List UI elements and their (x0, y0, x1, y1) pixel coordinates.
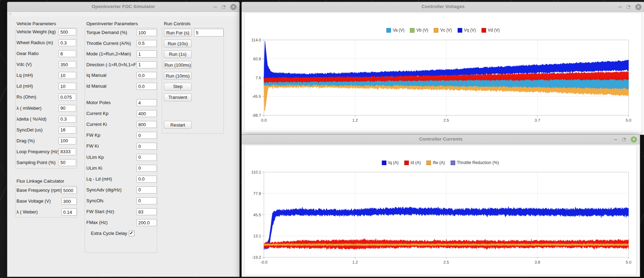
run-100ms-button[interactable]: Run (100ms) (164, 61, 192, 69)
y-tick-label: -45.5 (252, 94, 261, 99)
drag-grip-icon[interactable] (9, 13, 12, 16)
maximize-icon[interactable] (222, 5, 225, 9)
section-title-vehicle-parameters: Vehicle Parameters (16, 21, 56, 26)
y-tick-label: 45.5 (253, 213, 261, 217)
restart-button[interactable]: Restart (164, 121, 192, 129)
field-input-id-manual[interactable] (137, 83, 157, 90)
legend-swatch-icon (482, 28, 486, 33)
x-tick-label: 3.8 (535, 260, 540, 264)
field-label-throttle-current-a: Throttle Current (A/%) (86, 41, 131, 46)
simulator-titlebar[interactable]: OpenInverter FOC Simulator × (7, 2, 239, 12)
extra-cycle-delay-checkbox[interactable] (129, 231, 134, 236)
minimize-icon[interactable] (618, 7, 622, 7)
field-input-gear-ratio[interactable] (59, 50, 76, 57)
field-label-vdc-v: Vdc (V) (16, 62, 32, 67)
field-input-sampling-point[interactable] (59, 159, 76, 166)
field-label-syncdel-us: SyncDel (us) (16, 127, 42, 133)
maximize-icon[interactable] (622, 138, 626, 141)
close-icon[interactable]: × (635, 4, 642, 10)
field-input-fw-ki[interactable] (137, 143, 157, 150)
field-label-mode-1-run-2-man: Mode (1=Run,2=Man) (86, 51, 131, 56)
field-input-weber[interactable] (61, 209, 77, 216)
field-input-fw-start-hz[interactable] (137, 208, 157, 215)
run-for-seconds-input[interactable] (194, 29, 224, 36)
field-input-base-voltage-v[interactable] (61, 198, 77, 205)
field-input-fmax-hz[interactable] (137, 219, 157, 226)
window-title: Controller Voltages (242, 4, 644, 9)
field-label-direction-1-r-0-n-1-f: Direction (-1=R,0=N,1=F) (86, 62, 138, 67)
legend-swatch-icon (386, 28, 391, 33)
legend-label: Vd (V) (488, 28, 500, 33)
step-button[interactable]: Step (164, 83, 192, 90)
field-input-motor-poles[interactable] (137, 99, 157, 106)
field-label-base-voltage-v: Base Voltage (V) (16, 198, 51, 204)
field-input-direction-1-r-0-n-1-f[interactable] (137, 61, 157, 68)
field-input-ulim-kp[interactable] (137, 154, 157, 161)
legend-swatch-icon (458, 28, 462, 33)
field-input-ulim-ki[interactable] (137, 165, 157, 172)
y-tick-label: 114.0 (251, 38, 261, 42)
x-tick-label: 0.0 (261, 118, 267, 122)
legend-swatch-icon (426, 161, 431, 165)
run-10ms-button[interactable]: Run (10ms) (164, 72, 192, 80)
y-tick-label: 110.1 (251, 170, 261, 174)
field-label-wheel-radius-m: Wheel Radius (m) (16, 40, 53, 45)
field-input-lq-mh[interactable] (59, 72, 76, 79)
legend-item-iq-a: Iq (A) (382, 160, 398, 165)
field-input-drag[interactable] (59, 137, 76, 144)
field-input-ld-mh[interactable] (59, 83, 76, 90)
run-10s-button[interactable]: Run (10s) (164, 40, 192, 47)
legend-item-id-a: Id (A) (404, 160, 421, 165)
close-icon[interactable]: × (631, 136, 637, 143)
y-tick-label: 7.6 (255, 76, 261, 80)
y-tick-label: 13.1 (253, 234, 261, 238)
field-label-sampling-point: Sampling Point (%) (16, 160, 55, 165)
legend-label: Vc (V) (440, 28, 452, 33)
field-input-vdc-v[interactable] (59, 61, 76, 68)
field-input-delta-aid[interactable] (59, 116, 76, 123)
field-input-base-frequency-rpm[interactable] (61, 187, 77, 194)
field-input-lq-ld-mh[interactable] (137, 176, 157, 183)
minimize-icon[interactable] (614, 139, 617, 140)
voltages-window: Controller Voltages × Va (V)Vb (V)Vc (V)… (241, 2, 644, 135)
field-input-throttle-current-a[interactable] (137, 40, 157, 47)
run-for-s-button[interactable]: Run For (s) (164, 29, 192, 36)
field-label-delta-aid: λdelta ( %/AId) (16, 116, 46, 122)
voltages-chart-canvas: Va (V)Vb (V)Vc (V)Vq (V)Vd (V) 114.060.8… (244, 13, 642, 133)
run-1s-button[interactable]: Run (1s) (164, 50, 192, 58)
y-tick-label: 60.8 (253, 57, 261, 61)
currents-titlebar[interactable]: Controller Currents × (242, 135, 640, 144)
field-label-loop-frequency-hz: Loop Frequency (Hz) (16, 149, 59, 154)
legend-item-vb-v: Vb (V) (410, 28, 428, 33)
simulator-form: Vehicle ParametersVehicle Weight (kg)Whe… (7, 16, 239, 277)
field-input-current-kp[interactable] (137, 110, 157, 117)
field-input-iq-manual[interactable] (137, 72, 157, 79)
transient-button[interactable]: Transient (164, 94, 192, 101)
legend-item-va-v: Va (V) (386, 28, 404, 33)
field-label-syncofs: SyncOfs (86, 198, 104, 203)
maximize-icon[interactable] (627, 5, 630, 9)
field-input-vehicle-weight-kg[interactable] (59, 28, 76, 35)
legend-swatch-icon (434, 28, 438, 33)
field-input-torque-demand[interactable] (137, 29, 157, 36)
field-input-syncdel-us[interactable] (59, 127, 76, 134)
window-title: OpenInverter FOC Simulator (7, 4, 239, 9)
field-input-wheel-radius-m[interactable] (59, 39, 76, 46)
close-icon[interactable]: × (230, 4, 237, 10)
field-input-rs-ohm[interactable] (59, 94, 76, 101)
field-input-mweber[interactable] (59, 105, 76, 112)
field-input-current-ki[interactable] (137, 121, 157, 128)
voltages-titlebar[interactable]: Controller Voltages × (242, 2, 644, 12)
field-input-syncadv-dig-hz[interactable] (137, 187, 157, 194)
x-tick-label: 2.5 (444, 118, 449, 122)
field-input-syncofs[interactable] (137, 197, 157, 204)
field-label-ulim-ki: ULim Ki (86, 165, 102, 171)
field-label-motor-poles: Motor Poles (86, 100, 111, 105)
field-input-fw-kp[interactable] (137, 132, 157, 139)
legend-swatch-icon (451, 161, 455, 165)
x-tick-label: 2.5 (444, 260, 449, 264)
legend-item-ifw-a: Ifw (A) (426, 160, 445, 165)
field-input-loop-frequency-hz[interactable] (59, 148, 76, 155)
minimize-icon[interactable] (213, 7, 217, 7)
field-input-mode-1-run-2-man[interactable] (137, 50, 157, 57)
